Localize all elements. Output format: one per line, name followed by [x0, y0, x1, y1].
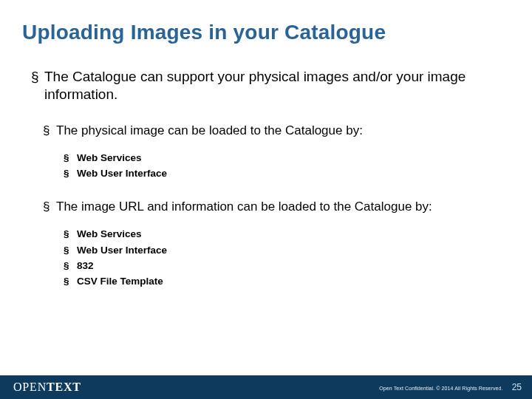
- bullet-icon: §: [64, 275, 77, 288]
- page-number: 25: [512, 382, 522, 392]
- bullet-text: Web Services: [77, 228, 142, 241]
- bullet-level2: § The physical image can be loaded to th…: [43, 123, 502, 138]
- bullet-level3: § CSV File Template: [64, 275, 502, 288]
- bullet-level3: § Web User Interface: [64, 167, 502, 180]
- footer-right: Open Text Confidential. © 2014 All Right…: [379, 382, 522, 392]
- bullet-text: Web Services: [77, 151, 142, 165]
- logo-part-open: OPEN: [13, 381, 47, 393]
- bullet-level1: § The Catalogue can support your physica…: [31, 68, 502, 103]
- bullet-text: Web User Interface: [77, 167, 167, 180]
- slide-title: Uploading Images in your Catalogue: [22, 21, 386, 44]
- bullet-icon: §: [43, 123, 56, 138]
- bullet-level3: § Web User Interface: [64, 244, 502, 257]
- logo-part-text: TEXT: [47, 381, 81, 393]
- bullet-text: CSV File Template: [77, 275, 163, 288]
- bullet-icon: §: [64, 259, 77, 273]
- footer-bar: OPENTEXT Open Text Confidential. © 2014 …: [0, 375, 532, 399]
- bullet-icon: §: [64, 151, 77, 165]
- confidential-text: Open Text Confidential. © 2014 All Right…: [379, 386, 502, 391]
- bullet-text: Web User Interface: [77, 244, 167, 257]
- bullet-level3: § 832: [64, 259, 502, 273]
- bullet-level2: § The image URL and information can be l…: [43, 199, 502, 214]
- slide-content: § The Catalogue can support your physica…: [31, 68, 502, 290]
- bullet-icon: §: [31, 68, 44, 103]
- bullet-text: The image URL and information can be loa…: [56, 199, 432, 214]
- bullet-text: The Catalogue can support your physical …: [44, 68, 502, 103]
- bullet-level3: § Web Services: [64, 151, 502, 165]
- bullet-icon: §: [64, 228, 77, 241]
- bullet-level3: § Web Services: [64, 228, 502, 241]
- bullet-text: 832: [77, 259, 94, 273]
- bullet-icon: §: [64, 244, 77, 257]
- opentext-logo: OPENTEXT: [13, 381, 81, 394]
- bullet-text: The physical image can be loaded to the …: [56, 123, 363, 138]
- slide: Uploading Images in your Catalogue § The…: [0, 0, 532, 399]
- bullet-icon: §: [43, 199, 56, 214]
- bullet-icon: §: [64, 167, 77, 180]
